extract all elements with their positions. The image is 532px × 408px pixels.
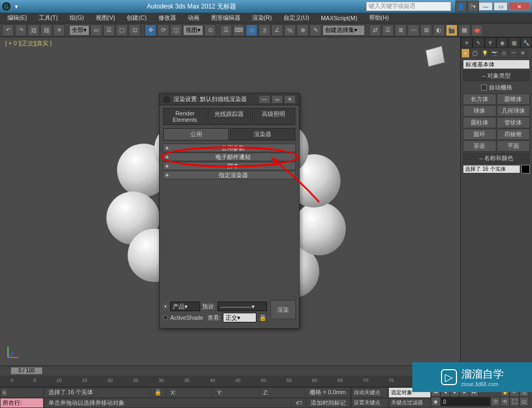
primitive-geosphere[interactable]: 几何球体 — [497, 105, 530, 116]
auto-key-button[interactable]: 自动关键点 — [351, 387, 388, 398]
menu-group[interactable]: 组(G) — [64, 13, 89, 23]
time-config-icon[interactable]: ⏱ — [491, 397, 500, 406]
maximize-button[interactable]: ▭ — [494, 2, 508, 11]
help-dropdown-icon[interactable]: ?▾ — [467, 1, 479, 12]
menu-customize[interactable]: 自定义(U) — [278, 13, 314, 23]
menu-views[interactable]: 视图(V) — [90, 13, 121, 23]
rollout-scripts[interactable]: +脚本 — [163, 162, 296, 170]
view-dropdown[interactable]: 正交 ▾ — [223, 313, 256, 322]
primitive-pyramid[interactable]: 四棱锥 — [497, 129, 530, 140]
select-scale-icon[interactable]: ◫ — [170, 24, 182, 36]
primitive-sphere[interactable]: 球体 — [463, 105, 496, 116]
menu-maxscript[interactable]: MAXScript(M) — [315, 14, 362, 22]
select-icon[interactable]: ▭ — [90, 24, 102, 36]
object-color-swatch[interactable] — [521, 165, 530, 173]
dialog-minimize-button[interactable]: — — [259, 95, 270, 104]
lock-selection-icon[interactable]: 🔒 — [150, 388, 167, 397]
create-lights-icon[interactable]: 💡 — [480, 48, 489, 58]
object-type-header[interactable]: – 对象类型 — [463, 70, 530, 81]
panel-tab-create[interactable]: ☀ — [461, 37, 472, 48]
app-icon[interactable]: G — [2, 2, 11, 11]
key-filters-button[interactable]: 关键点过滤器 — [388, 398, 431, 409]
panel-tab-utilities[interactable]: 🔧 — [520, 37, 532, 48]
menu-tools[interactable]: 工具(T) — [34, 13, 63, 23]
create-cameras-icon[interactable]: 📷 — [490, 48, 498, 58]
selection-filter-dropdown[interactable]: 全部 ▾ — [69, 25, 89, 36]
undo-icon[interactable]: ↶ — [2, 24, 14, 36]
render-button[interactable]: 渲染 — [270, 300, 296, 319]
create-spacewarps-icon[interactable]: 〰 — [509, 48, 518, 58]
panel-tab-modify[interactable]: ✎ — [472, 37, 484, 48]
create-systems-icon[interactable]: ✳ — [519, 48, 527, 58]
select-name-icon[interactable]: ☰ — [103, 24, 115, 36]
maxscript-mini-icon[interactable]: ⎘ — [0, 387, 44, 398]
render-setup-icon[interactable]: 🎬 — [446, 24, 458, 36]
menu-edit[interactable]: 编辑(E) — [2, 13, 32, 23]
tab-raytracer[interactable]: 光线跟踪器 — [207, 108, 251, 125]
dialog-maximize-button[interactable]: ▭ — [271, 95, 283, 104]
named-selection-dropdown[interactable]: 创建选择集 ▾ — [322, 25, 365, 36]
help-icon[interactable]: 👤 — [455, 1, 467, 12]
primitive-tube[interactable]: 管状体 — [497, 117, 530, 128]
rollout-common-params[interactable]: +公用参数 — [163, 144, 296, 152]
create-shapes-icon[interactable]: ◯ — [471, 48, 479, 58]
rollout-assign-renderer[interactable]: +指定渲染器 — [163, 171, 296, 179]
panel-tab-display[interactable]: ▦ — [508, 37, 520, 48]
select-move-icon[interactable]: ✥ — [145, 24, 156, 36]
tab-common[interactable]: 公用 — [163, 128, 229, 140]
tab-advanced-lighting[interactable]: 高级照明 — [252, 108, 295, 125]
keyboard-shortcut-icon[interactable]: ⌨ — [233, 24, 245, 36]
select-region-icon[interactable]: ▢ — [116, 24, 128, 36]
viewcube[interactable] — [420, 45, 450, 74]
menu-help[interactable]: 帮助(H) — [364, 13, 394, 23]
primitive-torus[interactable]: 圆环 — [463, 129, 496, 140]
edit-named-sel-icon[interactable]: ✎ — [310, 24, 321, 36]
pivot-icon[interactable]: ⊙ — [204, 24, 216, 36]
nav-zoom-all-icon[interactable]: ◱ — [519, 397, 529, 406]
select-rotate-icon[interactable]: ⟳ — [157, 24, 169, 36]
primitive-cone[interactable]: 圆锥体 — [497, 94, 530, 105]
snap-options-icon[interactable]: ⊕ — [297, 24, 309, 36]
ref-coord-dropdown[interactable]: 视图 ▾ — [183, 25, 203, 36]
time-tag-icon[interactable]: 🏷 — [292, 398, 306, 408]
close-button[interactable]: ✕ — [509, 2, 530, 11]
bind-icon[interactable]: ✳ — [53, 24, 65, 36]
curve-editor-icon[interactable]: 〰 — [408, 24, 419, 36]
time-ruler[interactable]: 05101520253035404550556065707580 — [0, 376, 460, 385]
set-key-button[interactable]: 设置关键点 — [351, 398, 388, 409]
help-search-input[interactable]: 键入关键字或短语 — [366, 2, 451, 11]
current-frame-input[interactable]: 0 — [440, 397, 491, 406]
primitive-teapot[interactable]: 茶壶 — [463, 140, 496, 152]
rendered-frame-icon[interactable]: ▦ — [459, 24, 470, 36]
nav-maximize-icon[interactable]: ⛶ — [510, 397, 519, 406]
window-crossing-icon[interactable]: ⊡ — [129, 24, 140, 36]
time-slider[interactable]: 0 / 100 — [0, 366, 460, 376]
menu-modifiers[interactable]: 修改器 — [153, 13, 181, 23]
angle-snap-icon[interactable]: 3 — [259, 24, 270, 36]
menu-rendering[interactable]: 渲染(R) — [247, 13, 277, 23]
menu-graph-editors[interactable]: 图形编辑器 — [206, 13, 246, 23]
minimize-button[interactable]: — — [479, 2, 493, 11]
mirror-icon[interactable]: ⇄ — [369, 24, 381, 36]
panel-tab-hierarchy[interactable]: ♆ — [485, 37, 496, 48]
schematic-icon[interactable]: ⊞ — [420, 24, 432, 36]
create-geometry-icon[interactable]: ● — [461, 48, 470, 58]
tab-renderer[interactable]: 渲染器 — [230, 128, 295, 140]
spinner-snap-icon[interactable]: % — [284, 24, 296, 36]
time-slider-handle[interactable]: 0 / 100 — [11, 367, 43, 374]
autogrid-checkbox[interactable] — [481, 85, 487, 90]
redo-icon[interactable]: ↷ — [15, 24, 27, 36]
unlink-icon[interactable]: ⛓̷ — [40, 24, 52, 36]
nav-orbit-icon[interactable]: ⟲ — [500, 397, 510, 406]
menu-create[interactable]: 创建(C) — [121, 13, 152, 23]
menu-animation[interactable]: 动画 — [182, 13, 205, 23]
material-editor-icon[interactable]: ◐ — [433, 24, 445, 36]
manipulate-icon[interactable]: ☰ — [220, 24, 232, 36]
dialog-titlebar[interactable]: 渲染设置: 默认扫描线渲染器 — ▭ ✕ — [160, 94, 299, 105]
render-icon[interactable]: 🫖 — [471, 24, 483, 36]
coord-y[interactable]: Y: — [213, 388, 259, 397]
link-icon[interactable]: ⛓ — [28, 24, 39, 36]
preset-dropdown[interactable]: ---------------- ▾ — [218, 302, 267, 311]
dialog-close-button[interactable]: ✕ — [284, 95, 296, 104]
coord-z[interactable]: Z: — [259, 388, 305, 397]
